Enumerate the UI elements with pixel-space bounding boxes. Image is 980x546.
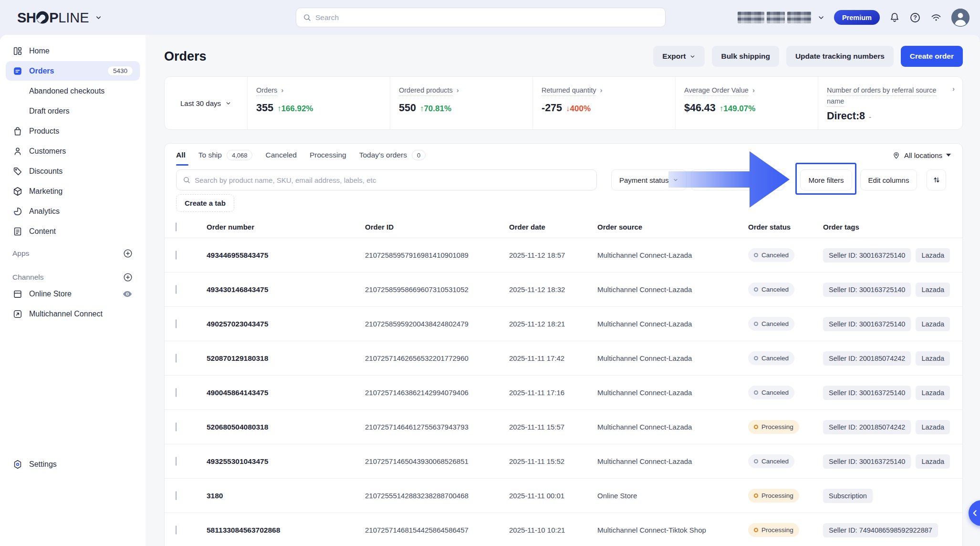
table-row[interactable]: 5206805040803182107257146461275563794379… [165,410,962,444]
sidebar-item-multichannel-connect[interactable]: Multichannel Connect [6,304,140,324]
status-ring-icon [754,287,758,292]
table-row[interactable]: 5811330845637028682107257146815442586458… [165,513,962,546]
account-menu[interactable] [738,11,825,23]
premium-badge[interactable]: Premium [834,10,880,25]
tab-today-s-orders[interactable]: Today's orders0 [359,144,426,167]
cell-order-tags: Seller ID: 300163725140Lazada [823,317,962,331]
network-wifi-icon[interactable] [930,12,942,23]
sidebar-item-customers[interactable]: Customers [6,141,140,161]
table-row[interactable]: 3180210725551428832382887004682025-11-11… [165,479,962,513]
cell-order-number[interactable]: 490045864143475 [207,388,365,397]
create-order-button[interactable]: Create order [901,46,963,67]
status-ring-icon [754,494,758,498]
sidebar-item-home[interactable]: Home [6,41,140,61]
sidebar-item-draft-orders[interactable]: Draft orders [6,101,140,121]
tab-canceled[interactable]: Canceled [265,144,297,167]
row-checkbox[interactable] [176,319,177,328]
row-checkbox[interactable] [176,457,177,466]
payment-status-filter[interactable]: Payment status [611,169,687,190]
global-search[interactable] [296,8,666,27]
table-row[interactable]: 4934469558434752107258595791698141090108… [165,238,962,273]
export-button[interactable]: Export [653,46,705,67]
metric-label[interactable]: Number of orders by referral source name [827,86,937,107]
hidden-filter-button[interactable] [691,169,784,190]
tab-to-ship[interactable]: To ship4,068 [198,144,253,167]
metric-ordered-products: Ordered products›550↑70.81% [390,77,533,129]
cell-order-status: Canceled [748,386,823,399]
table-row[interactable]: 4900458641434752107257146386214299407940… [165,376,962,410]
row-checkbox[interactable] [176,354,177,363]
eye-icon[interactable] [122,288,133,300]
edit-columns-button[interactable]: Edit columns [860,169,917,190]
row-checkbox[interactable] [176,525,177,535]
sidebar-item-analytics[interactable]: Analytics [6,201,140,221]
cell-order-source: Multichannel Connect-Lazada [597,457,748,465]
cell-order-tags: Seller ID: 200185074242Lazada [823,420,962,434]
shopline-logo[interactable]: SHPLINE [17,10,102,25]
tab-all[interactable]: All [176,144,186,167]
metric-value: -275 [542,102,562,114]
row-checkbox[interactable] [176,491,177,500]
orders-panel: AllTo ship4,068CanceledProcessingToday's… [164,143,963,546]
sidebar-item-products[interactable]: Products [6,121,140,141]
row-checkbox[interactable] [176,285,177,294]
help-icon[interactable]: ? [909,12,921,23]
bulk-shipping-button[interactable]: Bulk shipping [712,46,779,67]
add-apps-icon[interactable] [123,248,133,259]
sidebar-item-content[interactable]: Content [6,221,140,241]
sidebar-item-label: Analytics [29,207,60,216]
metric-label[interactable]: Returned quantity [542,86,596,96]
cell-order-number[interactable]: 3180 [207,492,365,500]
date-range-selector[interactable]: Last 30 days [165,77,248,129]
cell-order-number[interactable]: 493255301043475 [207,457,365,466]
status-ring-icon [754,459,758,463]
add-channel-icon[interactable] [123,272,133,283]
location-pin-icon [892,151,900,159]
sidebar-nav: HomeOrders5430Abandoned checkoutsDraft o… [0,41,146,241]
sidebar-item-discounts[interactable]: Discounts [6,161,140,181]
cell-order-tags: Seller ID: 200185074242Lazada [823,351,962,366]
account-name-redacted [787,11,811,23]
cell-order-id: 21072585959200438424802479 [365,320,509,328]
account-name-redacted [767,11,785,23]
update-tracking-numbers-button[interactable]: Update tracking numbers [786,46,894,67]
sort-button[interactable] [927,169,946,190]
cell-order-number[interactable]: 493430146843475 [207,285,365,294]
create-tab-button[interactable]: Create a tab [176,194,234,212]
row-checkbox[interactable] [176,388,177,397]
cell-order-number[interactable]: 581133084563702868 [207,526,365,535]
column-header-order-status: Order status [748,223,823,231]
cell-order-status: Canceled [748,351,823,365]
more-filters-button[interactable]: More filters [800,169,852,190]
table-row[interactable]: 4934301468434752107258595866960731053105… [165,273,962,307]
cell-order-tags: Seller ID: 7494086598592922887 [823,523,962,537]
metric-label[interactable]: Ordered products [399,86,453,96]
sidebar-item-settings[interactable]: Settings [6,454,140,474]
sidebar-item-marketing[interactable]: Marketing [6,181,140,201]
select-all-checkbox[interactable] [176,222,177,231]
chevron-down-icon[interactable] [95,14,102,21]
metric-label[interactable]: Orders [256,86,277,96]
sidebar-item-abandoned-checkouts[interactable]: Abandoned checkouts [6,81,140,101]
tab-processing[interactable]: Processing [310,144,346,167]
sidebar-item-online-store[interactable]: Online Store [6,284,140,304]
cell-order-number[interactable]: 520870129180318 [207,354,365,363]
sidebar-item-orders[interactable]: Orders5430 [6,61,140,81]
location-filter[interactable]: All locations [892,151,951,159]
shopline-logo-text: SHPLINE [17,10,89,25]
cell-order-number[interactable]: 493446955843475 [207,251,365,260]
table-row[interactable]: 4902570230434752107258595920043842480247… [165,307,962,341]
table-row[interactable]: 4932553010434752107257146504393006852685… [165,444,962,479]
cell-order-number[interactable]: 520680504080318 [207,423,365,431]
row-checkbox[interactable] [176,251,177,260]
order-search[interactable] [176,169,597,190]
row-checkbox[interactable] [176,422,177,431]
marketing-icon [12,186,23,197]
table-row[interactable]: 5208701291803182107257146265653220177296… [165,341,962,376]
cell-order-number[interactable]: 490257023043475 [207,320,365,328]
order-search-input[interactable] [195,176,590,184]
global-search-input[interactable] [315,13,658,22]
metric-label[interactable]: Average Order Value [684,86,749,96]
notifications-bell-icon[interactable] [889,12,900,23]
user-avatar[interactable] [951,9,970,27]
